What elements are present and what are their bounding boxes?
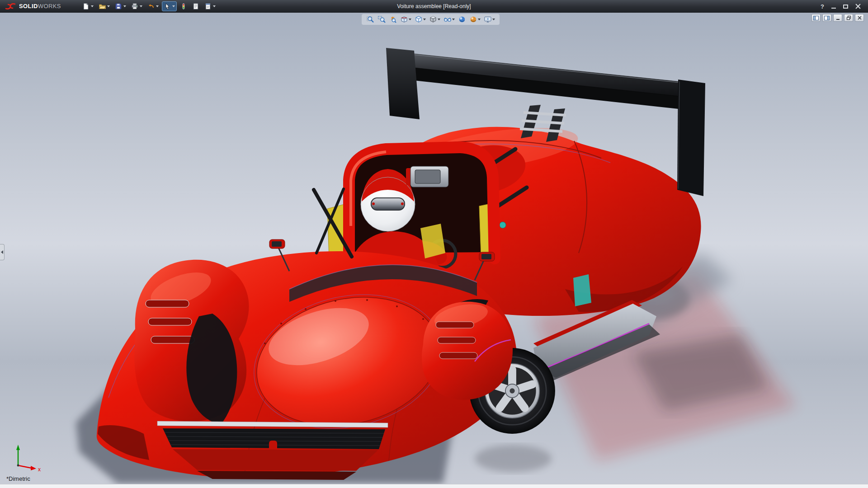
window-controls: ? [821, 0, 868, 13]
fender-vents-left [146, 300, 194, 343]
view-orientation-cube-icon [415, 15, 423, 23]
minimize-document-icon [835, 15, 840, 20]
heads-up-toolbar [362, 14, 500, 25]
status-bar [0, 484, 868, 488]
fender-vents-right [436, 322, 477, 359]
edit-appearance-button[interactable] [457, 15, 467, 24]
previous-view-icon [389, 15, 397, 23]
display-pane-right-button[interactable] [822, 14, 831, 22]
open-document-button[interactable] [97, 1, 112, 11]
apply-scene-sphere-icon [469, 15, 477, 23]
select-cursor-icon [164, 3, 171, 10]
view-orientation-label: *Dimetric [6, 475, 30, 482]
brand-text: SOLIDWORKS [19, 3, 61, 9]
maximize-button[interactable] [843, 5, 848, 9]
open-folder-icon [99, 3, 106, 10]
display-style-button[interactable] [428, 15, 441, 24]
triad-x-label: x [38, 466, 41, 473]
wing-endplate-right[interactable] [677, 80, 705, 196]
restore-document-button[interactable] [844, 14, 853, 22]
dropdown-caret [409, 19, 411, 20]
feature-pane-splitter-handle[interactable] [0, 244, 5, 260]
view-settings-button[interactable] [483, 15, 496, 24]
zoom-to-fit-icon [366, 15, 374, 23]
document-window-controls [811, 14, 864, 22]
section-view-icon [400, 15, 408, 23]
cockpit-teal-detail [500, 222, 506, 228]
minimize-button[interactable] [831, 8, 836, 9]
display-style-icon [429, 15, 437, 23]
display-pane-left-button[interactable] [811, 14, 821, 22]
select-button[interactable] [162, 1, 177, 11]
restore-document-icon [846, 15, 851, 20]
zoom-to-fit-button[interactable] [365, 15, 375, 24]
dropdown-caret [140, 5, 142, 7]
zoom-to-area-button[interactable] [377, 15, 387, 24]
zoom-to-area-icon [377, 15, 386, 23]
dropdown-caret [438, 19, 440, 20]
help-button[interactable]: ? [821, 3, 824, 10]
close-document-icon [857, 15, 862, 20]
edit-appearance-sphere-icon [458, 15, 466, 23]
section-view-button[interactable] [399, 15, 412, 24]
print-icon [131, 3, 138, 10]
new-document-icon [82, 3, 90, 10]
dropdown-caret [91, 5, 94, 7]
undo-button[interactable] [146, 1, 160, 11]
wing-endplate-left[interactable] [386, 48, 420, 119]
dropdown-caret [213, 5, 216, 7]
dropdown-caret [123, 5, 126, 7]
app-logo: SOLIDWORKS [0, 2, 66, 10]
solidworks-logo-icon [5, 2, 16, 10]
rear-view-mirror[interactable] [406, 166, 448, 187]
front-right-fender[interactable] [422, 300, 513, 400]
options-sheet-icon [204, 3, 212, 10]
title-bar: SOLIDWORKS [0, 0, 868, 13]
main-toolbar [80, 0, 217, 13]
splitter-arrow-icon [1, 250, 3, 254]
dropdown-caret [478, 19, 481, 20]
save-button[interactable] [113, 1, 128, 11]
hide-show-glasses-icon [443, 15, 452, 23]
helmet-visor [371, 198, 405, 210]
file-properties-icon [192, 3, 199, 10]
dropdown-caret [423, 19, 426, 20]
dropdown-caret [172, 5, 175, 7]
display-pane-right-icon [824, 16, 830, 20]
dropdown-caret [452, 19, 455, 20]
rebuild-traffic-light-icon [180, 3, 187, 10]
minimize-document-button[interactable] [833, 14, 842, 22]
rebuild-button[interactable] [178, 1, 189, 11]
previous-view-button[interactable] [388, 15, 398, 24]
close-button[interactable] [855, 4, 861, 9]
file-properties-button[interactable] [190, 1, 201, 11]
options-sheet-button[interactable] [203, 1, 217, 11]
new-document-button[interactable] [80, 1, 95, 11]
print-button[interactable] [129, 1, 144, 11]
view-orientation-button[interactable] [414, 15, 427, 24]
viewport-canvas[interactable]: x [0, 0, 868, 488]
dropdown-caret [156, 5, 159, 7]
apply-scene-button[interactable] [468, 15, 481, 24]
window-title: Voiture assemblee [Read-only] [397, 3, 471, 9]
save-icon [115, 3, 122, 10]
close-document-button[interactable] [855, 14, 864, 22]
display-pane-left-icon [813, 16, 819, 20]
undo-icon [147, 3, 155, 10]
side-window[interactable] [573, 274, 591, 306]
dropdown-caret [107, 5, 110, 7]
view-settings-icon [484, 15, 492, 23]
hide-show-items-button[interactable] [443, 15, 456, 24]
dropdown-caret [492, 19, 495, 20]
